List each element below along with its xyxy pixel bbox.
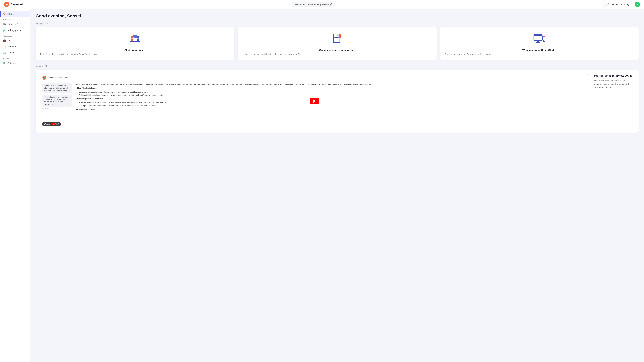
logo-avatar: 🤖 <box>4 2 10 7</box>
svg-rect-19 <box>537 40 539 42</box>
home-icon: 🏠 <box>3 12 6 15</box>
sidebar-item-interview-ai[interactable]: 🤖 Interview AI <box>0 21 30 27</box>
copilot-title: Your personal interview copilot <box>594 74 634 77</box>
svg-rect-5 <box>133 35 137 37</box>
card-start-interview[interactable]: Start an interview Kick off your intervi… <box>36 27 234 60</box>
video-header: 🤖 Sensei AI Demo Video <box>40 74 588 81</box>
play-button[interactable] <box>310 98 319 104</box>
svg-rect-28 <box>544 40 544 41</box>
interview-ai-icon: 🤖 <box>3 23 6 26</box>
section1-title: • Identifying inefficiencies: <box>76 87 98 89</box>
svg-rect-2 <box>138 42 138 44</box>
welcome-banner: Welcome to Sensei AI early access 🚀 <box>292 2 335 7</box>
interview-card-icon <box>128 32 142 46</box>
play-triangle-icon <box>313 99 316 103</box>
card-interview-title: Start an interview <box>40 49 230 51</box>
svg-point-3 <box>131 36 133 38</box>
card-story-title: Write a story in Story Studio <box>444 49 634 51</box>
svg-text:YouTube: YouTube <box>55 123 59 125</box>
sidebar-item-ai-playground[interactable]: 🧪 AI Playground <box>0 27 30 33</box>
sidebar-section-account: Account <box>0 56 30 60</box>
join-community-label: Join our community <box>610 3 630 5</box>
svg-rect-29 <box>543 41 545 42</box>
section2-item-2: Developed a detailed implementation plan… <box>79 104 586 107</box>
transcript-intro: As an Associate at McKinsey, I had the o… <box>76 83 586 86</box>
video-title: Sensei AI Demo Video <box>48 77 68 79</box>
video-mockup: 🤖 Sensei AI Demo Video statements at sta… <box>40 74 588 128</box>
chat-bubble-1: statements at start of the year when a c… <box>42 83 72 93</box>
sidebar-interview-ai-label: Interview AI <box>8 23 19 25</box>
video-body: statements at start of the year when a c… <box>40 81 588 128</box>
svg-point-9 <box>137 36 139 38</box>
stories-icon: 📖 <box>3 51 6 54</box>
section2-list: Proposed leveraging digital automation t… <box>76 101 586 107</box>
section1-item-2: Collaborated with the client's finance t… <box>79 94 586 96</box>
sidebar-stories-label: Stories <box>8 51 14 54</box>
sidebar-resume-label: Resume <box>8 45 16 48</box>
svg-rect-18 <box>534 34 542 36</box>
sidebar: 🏠 Home Products 🤖 Interview AI 🧪 AI Play… <box>0 9 30 362</box>
video-timestamp: 00:00:50 <box>42 108 72 109</box>
card-resume-profile[interactable]: Complete your resume profile Upload your… <box>238 27 436 60</box>
sidebar-ai-playground-label: AI Playground <box>8 29 22 31</box>
section1-item-1: Conducted a thorough analysis of the com… <box>79 91 586 93</box>
svg-rect-15 <box>339 34 342 37</box>
topbar-right: 💬 Join our community S <box>604 2 640 7</box>
card-interview-arrow[interactable]: → <box>228 54 231 57</box>
video-info-panel: Your personal interview copilot Watch ho… <box>594 74 634 89</box>
video-channel-avatar: 🤖 <box>42 76 46 80</box>
page-title: Good evening, Sensei <box>36 13 639 18</box>
interview-ai-section-label: Interview AI <box>36 65 639 67</box>
youtube-logo-icon: YouTube <box>52 123 59 125</box>
card-story-arrow[interactable]: → <box>632 54 635 57</box>
card-resume-title: Complete your resume profile <box>242 49 432 51</box>
section2-item-1: Proposed leveraging digital automation t… <box>79 101 586 104</box>
svg-rect-10 <box>137 38 139 41</box>
sidebar-home-label: Home <box>8 12 14 15</box>
svg-rect-1 <box>132 42 132 44</box>
sidebar-jobs-label: Jobs <box>8 39 12 42</box>
card-resume-arrow[interactable]: → <box>430 54 433 57</box>
card-resume-desc: Upload your resume to tailor Sensei's re… <box>242 53 301 56</box>
resume-card-icon <box>330 32 344 46</box>
settings-icon: ⚙️ <box>3 61 6 64</box>
welcome-text: Welcome to Sensei AI early access 🚀 <box>295 3 332 5</box>
card-story-desc: Craft compelling stories for your behavi… <box>444 53 494 56</box>
section2-title: • Proposing innovative solutions: <box>76 98 103 100</box>
app-logo[interactable]: 🤖 Sensei AI <box>4 2 23 7</box>
section1-list: Conducted a thorough analysis of the com… <box>76 91 586 96</box>
video-chat-panel: statements at start of the year when a c… <box>40 81 74 128</box>
jobs-icon: 💼 <box>3 39 6 42</box>
sidebar-section-products: Products <box>0 17 30 21</box>
main-layout: 🏠 Home Products 🤖 Interview AI 🧪 AI Play… <box>0 9 644 362</box>
main-content: Good evening, Sensei Getting Started <box>30 9 644 362</box>
interview-ai-card: 🤖 Sensei AI Demo Video statements at sta… <box>36 69 639 133</box>
chat-bubble-2: tell me about an instance where you used… <box>42 95 72 107</box>
svg-marker-6 <box>133 37 135 38</box>
video-transcript: As an Associate at McKinsey, I had the o… <box>74 81 588 128</box>
card-story-studio[interactable]: Write a story in Story Studio Craft comp… <box>440 27 639 60</box>
sidebar-item-stories[interactable]: 📖 Stories <box>0 50 30 56</box>
resume-icon: 📄 <box>3 45 6 48</box>
sidebar-item-jobs[interactable]: 💼 Jobs <box>0 37 30 43</box>
sidebar-item-home[interactable]: 🏠 Home <box>0 11 30 17</box>
sidebar-section-resources: Resources <box>0 33 30 37</box>
getting-started-label: Getting Started <box>36 22 639 25</box>
card-interview-desc: Kick off your interview with the support… <box>40 53 98 56</box>
join-community-button[interactable]: 💬 Join our community <box>604 2 632 7</box>
sidebar-item-resume[interactable]: 📄 Resume <box>0 43 30 50</box>
topbar: 🤖 Sensei AI Welcome to Sensei AI early a… <box>0 0 644 9</box>
app-name: Sensei AI <box>11 3 23 6</box>
user-avatar[interactable]: S <box>634 2 640 7</box>
svg-rect-20 <box>536 42 540 43</box>
ai-playground-icon: 🧪 <box>3 29 6 32</box>
getting-started-cards: Start an interview Kick off your intervi… <box>36 27 639 60</box>
story-card-icon <box>532 32 546 46</box>
watch-on-youtube[interactable]: Watch on YouTube <box>42 122 60 126</box>
svg-rect-4 <box>131 38 133 41</box>
svg-rect-0 <box>130 41 140 42</box>
svg-rect-25 <box>542 36 545 37</box>
copilot-desc: Watch how Sensei tackles a live intervie… <box>594 79 634 89</box>
sidebar-item-settings[interactable]: ⚙️ Settings <box>0 60 30 66</box>
watch-label: Watch on <box>44 123 51 125</box>
